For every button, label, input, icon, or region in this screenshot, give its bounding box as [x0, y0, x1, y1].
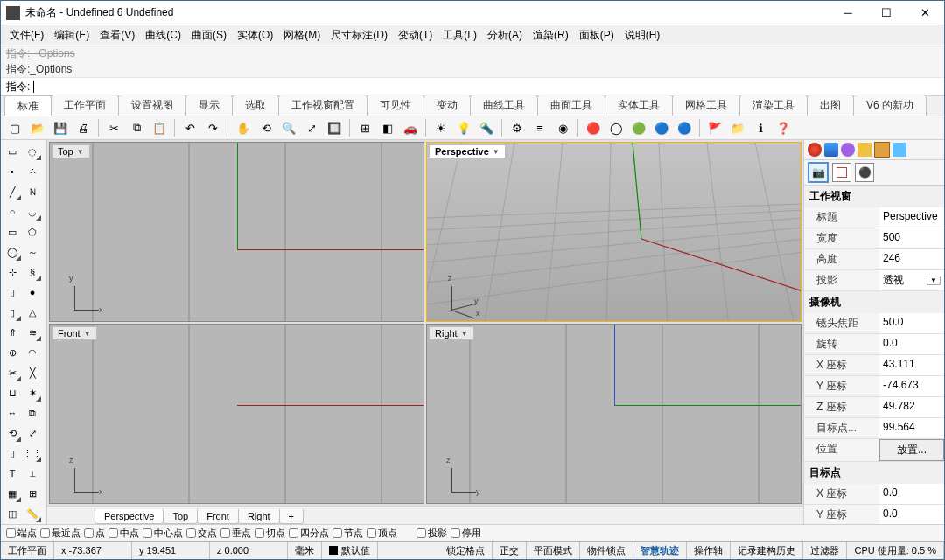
prop-x-value[interactable]: 43.111 — [879, 355, 944, 375]
menu-item[interactable]: 说明(H) — [620, 25, 666, 45]
prop-width-value[interactable]: 500 — [879, 228, 944, 248]
new-icon[interactable]: ▢ — [4, 117, 25, 138]
viewport-perspective-label[interactable]: Perspective▼ — [429, 144, 506, 158]
explode-icon[interactable]: ✶ — [23, 383, 42, 402]
measure-icon[interactable]: 📏 — [23, 504, 42, 523]
ellipse-icon[interactable]: ◯ — [3, 242, 22, 262]
spot-icon[interactable]: 🔦 — [476, 117, 497, 138]
undo-icon[interactable]: ↶ — [179, 117, 200, 138]
zoomext-icon[interactable]: ⤢ — [301, 117, 322, 138]
toolbar-tab[interactable]: 出图 — [807, 94, 854, 116]
status-gumball[interactable]: 操作轴 — [687, 542, 731, 559]
prop-tx-value[interactable]: 0.0 — [879, 484, 944, 504]
toolbar-tab[interactable]: 曲线工具 — [470, 94, 538, 116]
menu-item[interactable]: 实体(O) — [232, 25, 278, 45]
menu-item[interactable]: 编辑(E) — [49, 25, 94, 45]
folder-icon[interactable] — [874, 142, 890, 158]
material-icon[interactable] — [841, 143, 855, 157]
extrude-icon[interactable]: ⇑ — [3, 323, 22, 342]
paste-icon[interactable]: 📋 — [149, 117, 170, 138]
layers-icon[interactable]: ≡ — [529, 117, 550, 138]
arrow-icon[interactable]: ▭ — [3, 142, 22, 161]
status-cplane[interactable]: 工作平面 — [1, 542, 54, 559]
toolbar-tab[interactable]: 选取 — [232, 94, 279, 116]
menu-item[interactable]: 分析(A) — [482, 25, 528, 45]
tab-object-properties[interactable]: ⚫ — [855, 163, 874, 182]
osnap-四分点[interactable]: 四分点 — [289, 527, 329, 540]
toolbar-tab[interactable]: 显示 — [186, 94, 233, 116]
command-input[interactable]: 指令: — [1, 77, 944, 95]
toolbar-tab[interactable]: 工作平面 — [51, 94, 119, 116]
status-smarttrack[interactable]: 智慧轨迹 — [634, 542, 687, 559]
osnap-节点[interactable]: 节点 — [332, 527, 363, 540]
folder-icon[interactable]: 📁 — [727, 117, 748, 138]
osnap-中点[interactable]: 中点 — [108, 527, 139, 540]
toolbar-tab[interactable]: 曲面工具 — [537, 94, 606, 116]
sun-icon[interactable]: ☀ — [430, 117, 452, 138]
menu-item[interactable]: 查看(V) — [94, 25, 140, 45]
toolbar-tab[interactable]: 变动 — [424, 94, 471, 116]
join-icon[interactable]: ⊔ — [3, 383, 22, 402]
hatch-icon[interactable]: ▦ — [3, 484, 22, 503]
light-icon[interactable] — [858, 143, 872, 157]
osnap-disable[interactable]: 停用 — [451, 527, 481, 540]
osnap-切点[interactable]: 切点 — [255, 527, 285, 540]
toolbar-tab[interactable]: 工作视窗配置 — [278, 94, 368, 116]
cut-icon[interactable]: ✂ — [103, 117, 124, 138]
viewport-right[interactable]: Right▼ z y — [426, 324, 802, 504]
rotate-icon[interactable]: ⟲ — [256, 117, 276, 138]
block-icon[interactable]: ◫ — [3, 504, 22, 523]
status-ortho[interactable]: 正交 — [493, 542, 527, 559]
open-icon[interactable]: 📂 — [27, 117, 48, 138]
osnap-中心点[interactable]: 中心点 — [143, 527, 183, 540]
prop-title-value[interactable]: Perspective — [879, 207, 944, 228]
viewport-tab[interactable]: Front — [197, 509, 239, 524]
move-icon[interactable]: ↔ — [3, 403, 22, 423]
tab-display-properties[interactable] — [832, 163, 851, 182]
arc-icon[interactable]: ◡ — [23, 202, 42, 221]
menu-item[interactable]: 渲染(R) — [528, 25, 574, 45]
prop-lens-value[interactable]: 50.0 — [879, 313, 944, 333]
viewport-tab[interactable]: Perspective — [94, 509, 164, 524]
toolbar-tab[interactable]: 标准 — [4, 95, 52, 116]
viewport-front[interactable]: Front▼ z x — [49, 324, 424, 504]
viewport-right-label[interactable]: Right▼ — [429, 326, 474, 340]
blue2-sphere[interactable]: 🔵 — [674, 117, 695, 138]
status-filter[interactable]: 过滤器 — [803, 542, 847, 559]
toolbar-tab[interactable]: 可见性 — [367, 94, 424, 116]
viewport-tab[interactable]: + — [279, 509, 304, 524]
red-sphere[interactable]: 🔴 — [583, 117, 604, 138]
menu-item[interactable]: 变动(T) — [393, 25, 438, 45]
fillet-icon[interactable]: ◠ — [23, 343, 42, 362]
copy-icon[interactable]: ⧉ — [23, 403, 42, 423]
viewport-perspective[interactable]: Perspective▼ z y x — [426, 142, 802, 322]
polygon-icon[interactable]: ⬠ — [23, 222, 42, 242]
polyline-icon[interactable]: Ｎ — [23, 182, 42, 201]
scale-icon[interactable]: ⤢ — [23, 424, 42, 443]
viewport-front-label[interactable]: Front▼ — [52, 326, 97, 340]
minimize-button[interactable]: ─ — [829, 1, 867, 24]
prop-height-value[interactable]: 246 — [879, 249, 944, 270]
status-unit[interactable]: 毫米 — [288, 542, 322, 559]
menu-item[interactable]: 工具(L) — [438, 25, 482, 45]
status-osnap[interactable]: 物件锁点 — [580, 542, 634, 559]
maximize-button[interactable]: ☐ — [867, 1, 906, 24]
loft-icon[interactable]: ≋ — [23, 323, 42, 342]
viewport-top-label[interactable]: Top▼ — [52, 144, 90, 158]
bulb-icon[interactable]: 💡 — [453, 117, 474, 138]
prop-target-value[interactable]: 99.564 — [879, 418, 944, 438]
menu-item[interactable]: 曲面(S) — [186, 25, 232, 45]
prop-z-value[interactable]: 49.782 — [879, 397, 944, 417]
redo-icon[interactable]: ↷ — [202, 117, 223, 138]
prop-ty-value[interactable]: 0.0 — [879, 505, 944, 524]
line-icon[interactable]: ╱ — [3, 182, 22, 201]
prop-projection-value[interactable]: 透视▼ — [879, 270, 944, 290]
rgb-sphere[interactable]: ◯ — [606, 117, 626, 138]
print-icon[interactable]: 🖨 — [73, 117, 94, 138]
cone-icon[interactable]: △ — [23, 303, 42, 322]
toolbar-tab[interactable]: 渲染工具 — [739, 94, 808, 116]
osnap-点[interactable]: 点 — [84, 527, 105, 540]
point-icon[interactable]: • — [3, 162, 22, 181]
split-icon[interactable]: ╳ — [23, 363, 42, 382]
tab-viewport-properties[interactable]: 📷 — [808, 162, 829, 183]
